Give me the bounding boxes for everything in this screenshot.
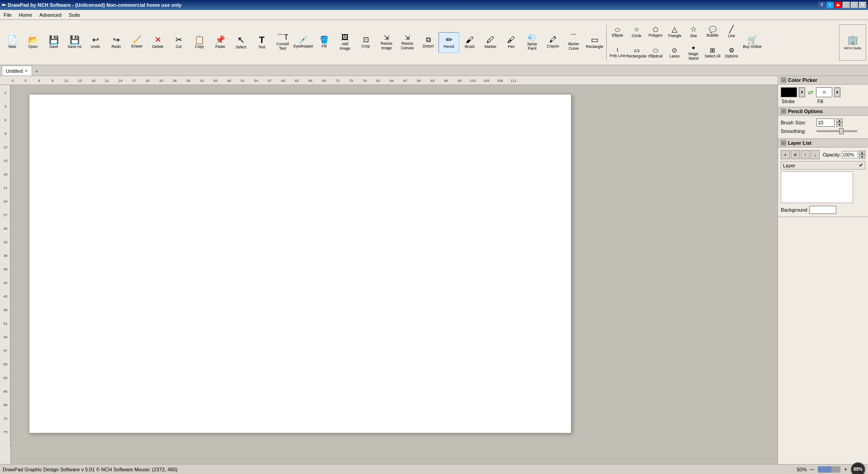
elliptical-sel-label: Elliptical (648, 54, 662, 58)
move-layer-up-button[interactable]: ↑ (801, 150, 810, 159)
close-button[interactable]: ✕ (859, 2, 866, 8)
circle-button[interactable]: ○ Circle (627, 22, 646, 42)
resize-canvas-button[interactable]: ⇲ Resize Canvas (397, 32, 418, 53)
pencil-button[interactable]: ✏ Pencil (439, 32, 459, 53)
tab-untitled[interactable]: Untitled ✕ (2, 66, 32, 76)
open-button[interactable]: 📂 Open (23, 32, 43, 53)
brush-size-input[interactable] (816, 118, 835, 127)
twitter-icon[interactable]: t (826, 2, 834, 8)
move-layer-down-button[interactable]: ↓ (811, 150, 820, 159)
rectangle-button[interactable]: ▭ Rectangle (584, 32, 605, 53)
facebook-icon[interactable]: f (818, 2, 826, 8)
select-button[interactable]: ↖ Select (231, 32, 251, 53)
svg-text:69: 69 (322, 79, 326, 83)
status-bar: DrawPad Graphic Design Software v 5.01 ©… (0, 464, 868, 474)
svg-text:24: 24 (4, 199, 8, 204)
layer-item[interactable]: Layer ✔ (781, 161, 865, 170)
nch-suite-button[interactable]: 🏢 NCH Suite (839, 24, 866, 61)
fill-dropdown[interactable]: ▼ (834, 87, 840, 97)
layer-toolbar: + ✕ ↑ ↓ Opacity: ▲ ▼ (781, 150, 865, 159)
brush-size-down[interactable]: ▼ (836, 123, 843, 127)
brush-size-up[interactable]: ▲ (836, 118, 843, 123)
spray-paint-label: Spray Paint (523, 42, 541, 51)
new-button[interactable]: 📄 New (2, 32, 23, 53)
brush-button[interactable]: 🖌 Brush (459, 32, 480, 53)
title-bar: ✏ DrawPad by NCH Software - (Unlicensed)… (0, 0, 868, 10)
swap-arrow-icon: ⇄ (808, 89, 813, 96)
delete-layer-button[interactable]: ✕ (791, 150, 800, 159)
zoom-increase-button[interactable]: + (844, 466, 847, 473)
tab-close-button[interactable]: ✕ (24, 68, 28, 73)
opacity-up[interactable]: ▲ (859, 151, 865, 155)
fill-swatch[interactable]: × (816, 87, 832, 97)
eraser-button[interactable]: 🧹 Eraser (127, 32, 147, 53)
maximize-button[interactable]: □ (851, 2, 858, 8)
brush-size-spinner: ▲ ▼ (836, 118, 843, 127)
polyline-button[interactable]: ⌇ Poly Line (608, 43, 627, 63)
canvas-scroll-area[interactable] (11, 85, 778, 464)
drawing-canvas[interactable] (29, 94, 571, 433)
lasso-button[interactable]: ⊙ Lasso (665, 43, 684, 63)
minimize-button[interactable]: ─ (843, 2, 850, 8)
text-button[interactable]: T Text (251, 32, 272, 53)
layer-list-collapse[interactable]: ─ (781, 140, 786, 146)
paste-icon: 📌 (215, 36, 225, 44)
menu-advanced[interactable]: Advanced (36, 11, 65, 19)
swap-colors-button[interactable]: ⇄ (807, 89, 814, 96)
youtube-icon[interactable]: ▶ (835, 2, 842, 8)
opacity-down[interactable]: ▼ (859, 155, 865, 159)
menu-file[interactable]: File (0, 11, 15, 19)
add-layer-button[interactable]: + (781, 150, 790, 159)
star-button[interactable]: ☆ Star (684, 22, 703, 42)
undo-button[interactable]: ↩ Undo (85, 32, 106, 53)
zoom-decrease-button[interactable]: ─ (810, 466, 814, 473)
delete-button[interactable]: ✕ Delete (147, 32, 168, 53)
pencil-options-collapse[interactable]: ─ (781, 109, 786, 114)
bubble-button[interactable]: 💬 Bubble (703, 22, 722, 42)
lasso-label: Lasso (670, 54, 680, 58)
new-label: New (8, 45, 16, 49)
stroke-swatch[interactable] (781, 87, 797, 97)
add-tab-button[interactable]: + (32, 66, 41, 76)
opacity-input[interactable] (842, 151, 858, 158)
buy-online-button[interactable]: 🛒 Buy Online (741, 24, 764, 61)
stroke-dropdown[interactable]: ▼ (799, 87, 805, 97)
polygon-button[interactable]: ⬠ Polygon (646, 22, 665, 42)
fill-label: Fill (817, 99, 823, 104)
ellipse-button[interactable]: ⬭ Ellipse (608, 22, 627, 42)
menu-suite[interactable]: Suite (65, 11, 84, 19)
marker-button[interactable]: 🖊 Marker (480, 32, 501, 53)
line-button[interactable]: ╱ Line (722, 22, 741, 42)
save-button[interactable]: 💾 Save (43, 32, 64, 53)
smoothing-thumb[interactable] (839, 128, 844, 134)
cut-button[interactable]: ✂ Cut (168, 32, 189, 53)
redo-button[interactable]: ↪ Redo (106, 32, 127, 53)
title-bar-controls[interactable]: f t ▶ ─ □ ✕ (818, 2, 866, 8)
svg-text:27: 27 (4, 213, 8, 217)
background-swatch[interactable] (809, 206, 836, 214)
triangle-button[interactable]: △ Triangle (665, 22, 684, 42)
paste-button[interactable]: 📌 Paste (210, 32, 231, 53)
saveas-button[interactable]: 💾 Save As (64, 32, 85, 53)
color-picker-collapse[interactable]: ─ (781, 77, 786, 83)
copy-button[interactable]: 📋 Copy (189, 32, 210, 53)
eyedropper-button[interactable]: 💉 Eyedropper (293, 32, 314, 53)
curved-text-button[interactable]: ⌒T Curved Text (272, 32, 293, 53)
crop-button[interactable]: ⊡ Crop (355, 32, 376, 53)
options-button[interactable]: ⚙ Options (722, 43, 741, 63)
menu-home[interactable]: Home (15, 11, 36, 19)
fill-button[interactable]: 🪣 Fill (314, 32, 335, 53)
rectangular-sel-button[interactable]: ▭ Rectangular (627, 43, 646, 63)
distort-button[interactable]: ⧉ Distort (418, 32, 439, 53)
svg-text:108: 108 (497, 79, 503, 83)
resize-image-button[interactable]: ⇲ Resize Image (376, 32, 397, 53)
bezier-curve-button[interactable]: ⌒ Bezier Curve (563, 32, 584, 53)
select-all-button[interactable]: ⊞ Select All (703, 43, 722, 63)
crayon-button[interactable]: 🖍 Crayon (542, 32, 563, 53)
pen-button[interactable]: 🖋 Pen (501, 32, 522, 53)
magic-wand-button[interactable]: ✦ Magic Wand (684, 43, 703, 63)
add-image-button[interactable]: 🖼 Add Image (335, 32, 355, 53)
elliptical-sel-button[interactable]: ⬭ Elliptical (646, 43, 665, 63)
spray-paint-button[interactable]: 💨 Spray Paint (522, 32, 542, 53)
smoothing-slider-track[interactable] (816, 130, 857, 132)
